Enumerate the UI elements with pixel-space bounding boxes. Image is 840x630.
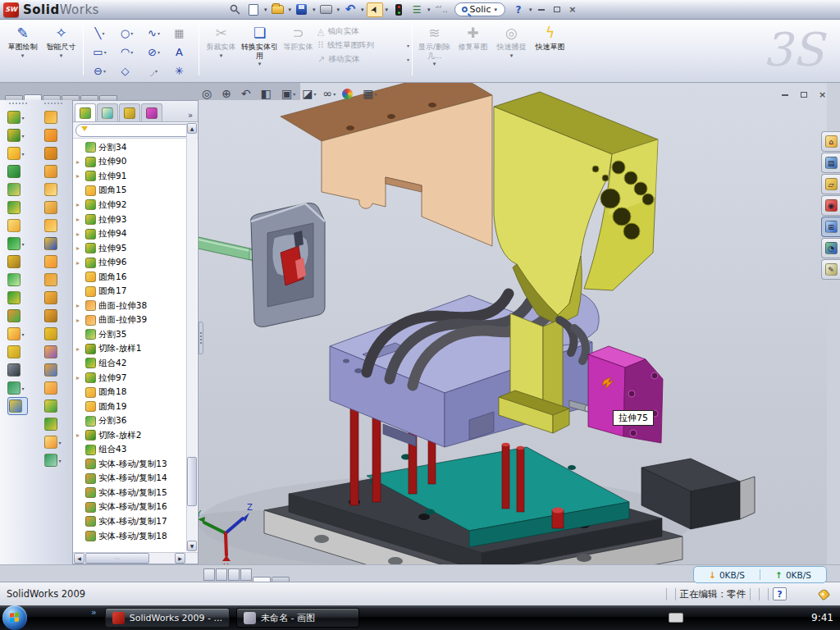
tree-filter-input[interactable] [75,124,195,137]
tray-icon-8[interactable] [790,613,801,623]
rapid-sketch-button[interactable]: ϟ快速草图▾ [531,21,569,79]
feature-tree-item[interactable]: ▸ 圆角18 [76,385,198,399]
features-toolbar-icon-14[interactable]: ▾ [7,343,27,361]
display-style-button[interactable]: ◪▾ [302,87,316,100]
features-toolbar-icon-3[interactable]: ▾ [7,144,27,162]
expand-arrow-icon[interactable]: ▸ [76,302,83,309]
instant3d-button[interactable]: ▾ [7,397,27,415]
panel-splitter-handle[interactable] [199,322,203,354]
help-button[interactable]: ? [510,2,527,17]
feature-tree-item[interactable]: ▸ 分割35 [76,327,198,342]
custom-properties-tab[interactable]: ✎ [821,259,840,280]
circle-tool[interactable]: ○▾ [113,24,140,43]
feature-tree-item[interactable]: ▸ 曲面-拉伸38 [76,299,198,313]
undo-button[interactable]: ↶ [342,2,358,17]
ellipse-tool[interactable]: ⊘▾ [140,43,167,62]
quick-launch-icon-solidworks[interactable] [70,611,83,624]
print-button[interactable] [318,2,335,17]
feature-tree-item[interactable]: ▸ 圆角15 [76,184,198,199]
move-entities-button[interactable]: ↗移动实体▾ [317,54,409,65]
feature-tree-item[interactable]: ▸ 圆角19 [76,399,198,414]
surfaces-toolbar-icon-5[interactable]: ▾ [44,180,61,199]
chevron-down-icon[interactable]: ▾ [130,49,133,55]
scroll-left-button[interactable]: ◀ [74,553,84,564]
surfaces-toolbar-icon-6[interactable]: ▾ [44,199,61,217]
toolbox-tab[interactable]: ◉ [821,195,840,216]
taskbar-clock[interactable]: 9:41 [811,612,833,623]
save-button[interactable] [294,2,310,17]
zoom-to-area-button[interactable]: ⊕▾ [221,87,235,100]
surfaces-toolbar-icon-7[interactable]: ▾ [44,217,61,235]
features-toolbar-icon-2[interactable]: ▾ [7,126,27,144]
zoom-to-fit-button[interactable]: ◎▾ [202,87,215,100]
chevron-down-icon[interactable]: ▾ [21,151,24,157]
minimize-button[interactable] [534,3,548,16]
feature-tree-item[interactable]: ▸ 组合43 [76,442,198,457]
toolbar-grip[interactable] [44,103,62,105]
surfaces-toolbar-icon-18[interactable]: ▾ [44,415,61,433]
feature-tree-item[interactable]: ▸ 分割36 [76,413,198,428]
feature-tree-item[interactable]: ▸ 拉伸90 [76,155,198,170]
spline-tool[interactable]: ∿▾ [140,24,167,43]
scroll-up-button[interactable]: ▲ [187,123,197,134]
line-tool[interactable]: ╲▾ [86,24,113,43]
menu-tools[interactable] [178,8,193,11]
trim-entities-button[interactable]: ✂剪裁实体▾ [202,21,240,79]
chevron-down-icon[interactable]: ▾ [407,43,409,48]
chevron-down-icon[interactable]: ▾ [21,52,25,59]
scrollbar-thumb[interactable] [187,457,197,506]
quick-launch-icon-2[interactable] [52,611,65,624]
chevron-down-icon[interactable]: ▾ [21,331,24,337]
expand-arrow-icon[interactable]: ▸ [76,216,83,223]
tray-icon-2[interactable] [706,613,717,623]
open-file-button[interactable] [269,2,285,17]
surfaces-toolbar-icon-1[interactable]: ▾ [44,108,61,126]
feature-tree-item[interactable]: ▸ 实体-移动/复制14 [76,472,198,486]
model-3d-view[interactable]: Y Z X [199,83,827,564]
feature-tree-item[interactable]: ▸ 拉伸94 [76,226,198,241]
rectangle-tool[interactable]: ▭▾ [86,43,113,62]
offset-entities-button[interactable]: ⊃等距实体▾ [279,21,317,79]
scroll-down-button[interactable]: ▼ [187,541,197,551]
expand-arrow-icon[interactable]: ▸ [76,244,83,252]
sketch-fillet-tool[interactable]: ◞▾ [140,62,167,80]
feature-tree-item[interactable]: ▸ 分割34 [76,140,198,155]
surfaces-toolbar-icon-12[interactable]: ▾ [44,307,61,325]
quick-snaps-button[interactable]: ◎快速捕捉▾ [492,21,531,79]
tab-sketch[interactable] [24,94,42,100]
chevron-down-icon[interactable]: ▾ [220,52,223,59]
feature-tree-item[interactable]: ▸ 切除-放样1 [76,342,198,357]
feature-tree-item[interactable]: ▸ 曲面-拉伸39 [76,313,198,328]
options-button[interactable]: ☰ [409,2,425,17]
chevron-down-icon[interactable]: ▾ [158,30,160,36]
chevron-down-icon[interactable]: ▾ [258,61,262,67]
feature-tree-item[interactable]: ▸ 拉伸97 [76,371,198,386]
view-palette-tab[interactable]: ⊞ [821,217,840,237]
arc-tool[interactable]: ◠▾ [113,43,140,62]
polygon-tool[interactable]: ◇▾ [113,62,140,80]
feature-tree-item[interactable]: ▸ 实体-移动/复制15 [76,486,198,500]
hide-show-items-button[interactable]: ∞▾ [322,87,336,100]
point-tool[interactable]: ✳▾ [167,62,194,80]
chevron-down-icon[interactable]: ▾ [21,386,24,391]
chevron-down-icon[interactable]: ▾ [58,440,61,445]
chevron-down-icon[interactable]: ▾ [130,30,133,36]
section-view-button[interactable]: ◧▾ [261,87,275,100]
view-orientation-button[interactable]: ▣▾ [281,87,295,100]
last-tab-button[interactable] [240,568,252,581]
surfaces-toolbar-icon-2[interactable]: ▾ [44,126,61,144]
taskbar-paint-button[interactable]: 未命名 - 画图 [236,608,359,628]
network-speed-widget[interactable]: ↓0KB/S ↑0KB/S [693,566,827,583]
surfaces-toolbar-icon-14[interactable]: ▾ [44,343,61,361]
expand-arrow-icon[interactable]: ▸ [76,172,83,180]
expand-arrow-icon[interactable]: ▸ [76,374,83,381]
previous-view-button[interactable]: ↶▾ [241,87,254,100]
expand-arrow-icon[interactable]: ▸ [76,317,83,324]
feature-tree-item[interactable]: ▸ 拉伸92 [76,198,198,212]
tags-icon[interactable] [818,587,830,600]
feature-tree-item[interactable]: ▸ 拉伸96 [76,255,198,270]
select-tool-button[interactable]: ➤ [367,2,383,17]
tab-evaluate[interactable] [80,95,98,100]
convert-entities-button[interactable]: ❏转换实体引用▾ [240,21,279,79]
surfaces-toolbar-icon-9[interactable]: ▾ [44,253,61,271]
